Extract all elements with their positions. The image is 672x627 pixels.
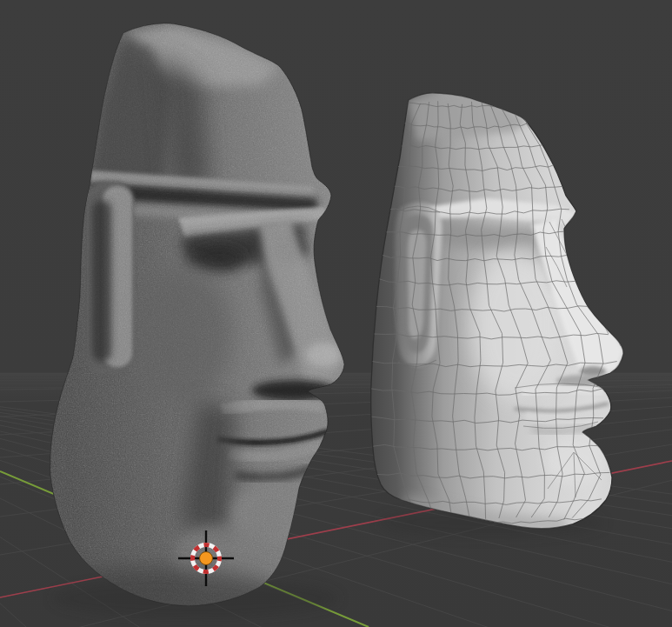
viewport-3d[interactable]: [0, 0, 672, 627]
lp-upper-lip: [522, 388, 603, 393]
object-origin-dot: [200, 552, 213, 565]
